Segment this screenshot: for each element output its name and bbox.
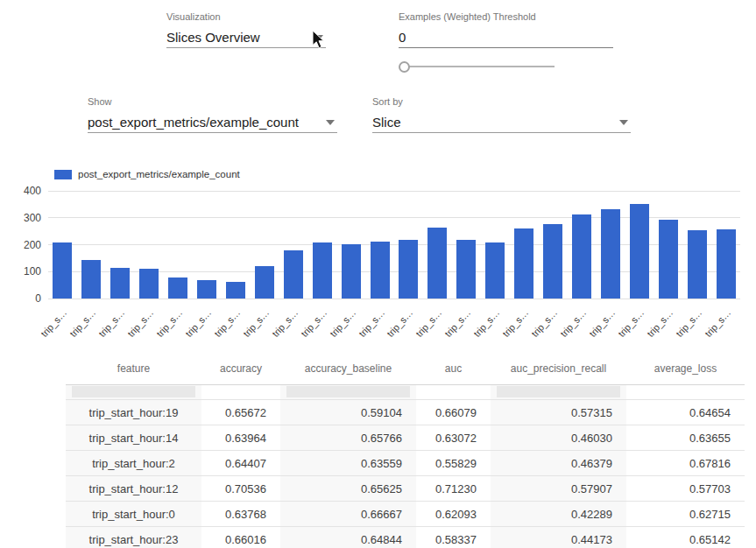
visualization-dropdown[interactable]: Slices Overview <box>166 27 326 48</box>
metric-cell: 0.46030 <box>491 425 626 450</box>
column-filter-input[interactable] <box>72 386 195 397</box>
metric-cell: 0.64654 <box>626 400 745 425</box>
metric-cell: 0.65625 <box>280 476 416 501</box>
gridline <box>48 191 740 192</box>
visualization-dropdown-value: Slices Overview <box>166 30 260 45</box>
metric-cell: 0.46379 <box>491 451 626 475</box>
bar[interactable] <box>139 269 159 299</box>
legend-label: post_export_metrics/example_count <box>78 169 240 179</box>
slices-bar-chart: 0100200300400trip_s…trip_s…trip_s…trip_s… <box>0 191 756 353</box>
y-axis-tick-label: 400 <box>13 185 41 197</box>
metric-cell: 0.55829 <box>416 451 491 475</box>
bar[interactable] <box>456 240 476 299</box>
metric-cell: 0.64844 <box>280 527 416 548</box>
bar[interactable] <box>601 209 620 299</box>
metric-cell: 0.63072 <box>416 425 491 450</box>
bar[interactable] <box>630 204 649 299</box>
metric-cell: 0.71230 <box>416 476 491 501</box>
table-row[interactable]: trip_start_hour:20.644070.635590.558290.… <box>66 451 745 476</box>
column-header-average_loss[interactable]: average_loss <box>626 362 745 375</box>
bar[interactable] <box>688 230 707 299</box>
bar[interactable] <box>485 242 505 299</box>
metric-cell: 0.64407 <box>201 451 280 475</box>
metric-cell: 0.70536 <box>201 476 280 501</box>
show-metric-dropdown[interactable]: post_export_metrics/example_count <box>88 112 337 133</box>
bar[interactable] <box>226 282 245 299</box>
feature-cell: trip_start_hour:19 <box>66 400 201 425</box>
sort-by-dropdown[interactable]: Slice <box>372 112 631 133</box>
filter-cell <box>280 385 416 399</box>
sort-by-label: Sort by <box>372 96 403 107</box>
column-header-feature[interactable]: feature <box>66 362 201 375</box>
metric-cell: 0.66667 <box>280 502 416 526</box>
feature-cell: trip_start_hour:0 <box>66 502 201 526</box>
bar[interactable] <box>342 244 361 299</box>
threshold-input[interactable] <box>399 27 613 48</box>
bar[interactable] <box>514 228 533 299</box>
column-filter-input[interactable] <box>497 386 620 397</box>
metric-cell: 0.57315 <box>491 400 626 425</box>
bar[interactable] <box>197 280 216 299</box>
table-row[interactable]: trip_start_hour:230.660160.648440.583370… <box>66 527 745 548</box>
bar[interactable] <box>717 229 736 299</box>
metric-cell: 0.66079 <box>416 400 491 425</box>
column-header-auc[interactable]: auc <box>416 362 491 375</box>
bar[interactable] <box>543 224 562 299</box>
table-row[interactable]: trip_start_hour:120.705360.656250.712300… <box>66 476 745 502</box>
filter-cell <box>416 385 491 399</box>
table-filter-row <box>66 385 745 400</box>
y-axis-tick-label: 200 <box>13 239 41 251</box>
chart-legend: post_export_metrics/example_count <box>54 169 240 179</box>
bar[interactable] <box>399 240 418 299</box>
bar[interactable] <box>110 268 130 299</box>
table-header-row: featureaccuracyaccuracy_baselineaucauc_p… <box>66 353 745 385</box>
metric-cell: 0.57703 <box>626 476 745 501</box>
slider-knob[interactable] <box>399 61 410 73</box>
metric-cell: 0.67816 <box>626 451 745 475</box>
bar[interactable] <box>168 278 187 299</box>
filter-cell <box>66 385 201 399</box>
feature-cell: trip_start_hour:12 <box>66 476 201 501</box>
filter-cell <box>491 385 626 399</box>
table-row[interactable]: trip_start_hour:00.637680.666670.620930.… <box>66 502 745 527</box>
metric-cell: 0.66016 <box>201 527 280 548</box>
table-row[interactable]: trip_start_hour:140.639640.657660.630720… <box>66 425 745 451</box>
bar[interactable] <box>53 242 72 299</box>
bar[interactable] <box>81 260 101 299</box>
metric-cell: 0.63964 <box>201 425 280 450</box>
y-axis-tick-label: 100 <box>13 265 41 278</box>
bar[interactable] <box>255 266 274 299</box>
bar[interactable] <box>284 250 303 299</box>
bar[interactable] <box>313 242 332 299</box>
column-filter-input[interactable] <box>286 386 410 397</box>
chevron-down-icon <box>314 35 323 40</box>
metric-cell: 0.63768 <box>201 502 280 526</box>
bar[interactable] <box>659 220 678 299</box>
chevron-down-icon <box>326 120 335 125</box>
y-axis-tick-label: 300 <box>13 212 41 224</box>
metric-cell: 0.62093 <box>416 502 491 526</box>
table-row[interactable]: trip_start_hour:190.656720.591040.660790… <box>66 400 745 425</box>
filter-cell <box>626 385 745 399</box>
bar[interactable] <box>572 214 591 299</box>
metric-cell: 0.63559 <box>280 451 416 475</box>
column-header-accuracy_baseline[interactable]: accuracy_baseline <box>280 362 416 375</box>
threshold-label: Examples (Weighted) Threshold <box>399 11 536 22</box>
feature-cell: trip_start_hour:14 <box>66 425 201 450</box>
threshold-slider[interactable] <box>399 60 555 73</box>
bar[interactable] <box>427 228 447 299</box>
metric-cell: 0.57907 <box>491 476 626 501</box>
show-metric-dropdown-value: post_export_metrics/example_count <box>88 115 299 130</box>
chevron-down-icon <box>619 120 628 125</box>
metric-cell: 0.44173 <box>491 527 626 548</box>
legend-color-swatch <box>54 170 72 179</box>
metric-cell: 0.59104 <box>280 400 416 425</box>
slider-track[interactable] <box>404 66 555 67</box>
feature-cell: trip_start_hour:23 <box>66 527 201 548</box>
column-header-accuracy[interactable]: accuracy <box>201 362 280 375</box>
show-label: Show <box>88 96 112 107</box>
metric-cell: 0.63655 <box>626 425 745 450</box>
column-header-auc_precision_recall[interactable]: auc_precision_recall <box>491 362 626 375</box>
bar[interactable] <box>371 242 390 299</box>
metric-cell: 0.65142 <box>626 527 745 548</box>
